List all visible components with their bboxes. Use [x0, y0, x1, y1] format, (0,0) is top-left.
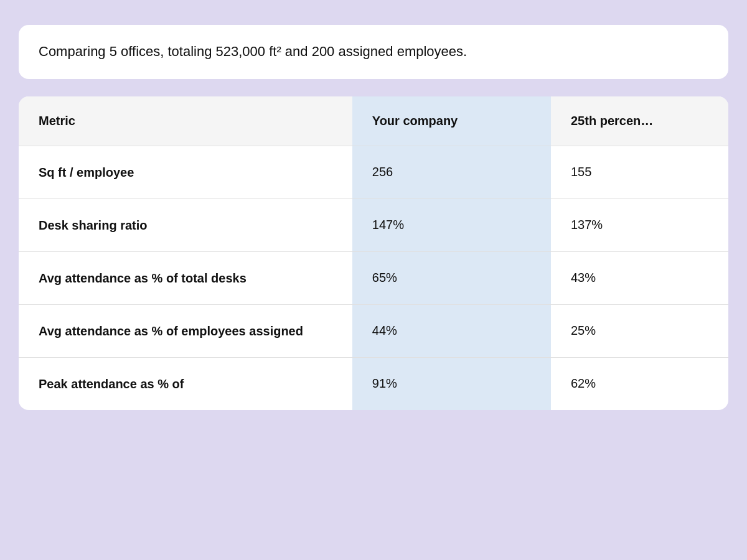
metric-cell: Avg attendance as % of employees assigne… — [19, 304, 352, 357]
company-value-cell: 91% — [352, 357, 551, 410]
summary-text: Comparing 5 offices, totaling 523,000 ft… — [39, 44, 467, 59]
comparison-table-container: Metric Your company 25th percen… Sq ft /… — [19, 96, 728, 410]
table-row: Avg attendance as % of total desks 65% 4… — [19, 251, 728, 304]
company-value-cell: 256 — [352, 146, 551, 198]
metric-cell: Sq ft / employee — [19, 146, 352, 198]
table-header-row: Metric Your company 25th percen… — [19, 96, 728, 146]
percentile-value-cell: 62% — [551, 357, 728, 410]
table-row: Avg attendance as % of employees assigne… — [19, 304, 728, 357]
metric-cell: Desk sharing ratio — [19, 198, 352, 251]
metric-cell: Peak attendance as % of — [19, 357, 352, 410]
summary-box: Comparing 5 offices, totaling 523,000 ft… — [19, 25, 728, 79]
metric-cell: Avg attendance as % of total desks — [19, 251, 352, 304]
percentile-value-cell: 155 — [551, 146, 728, 198]
table-row: Sq ft / employee 256 155 — [19, 146, 728, 198]
percentile-value-cell: 137% — [551, 198, 728, 251]
table-row last-row: Peak attendance as % of 91% 62% — [19, 357, 728, 410]
metric-column-header: Metric — [19, 96, 352, 146]
percentile-value-cell: 25% — [551, 304, 728, 357]
company-value-cell: 147% — [352, 198, 551, 251]
comparison-table: Metric Your company 25th percen… Sq ft /… — [19, 96, 728, 410]
percentile-column-header: 25th percen… — [551, 96, 728, 146]
company-column-header: Your company — [352, 96, 551, 146]
company-value-cell: 44% — [352, 304, 551, 357]
table-row: Desk sharing ratio 147% 137% — [19, 198, 728, 251]
percentile-value-cell: 43% — [551, 251, 728, 304]
company-value-cell: 65% — [352, 251, 551, 304]
